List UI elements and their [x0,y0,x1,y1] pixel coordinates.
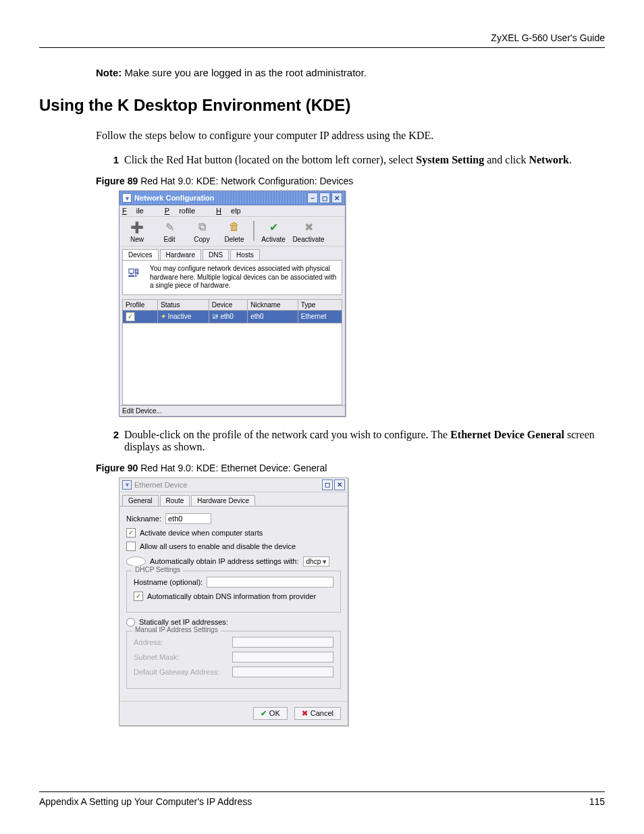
network-card-icon: 🖳 [127,265,146,290]
ok-button[interactable]: ✔OK [253,707,288,720]
chevron-down-icon: ▼ [321,558,327,565]
header-rule [39,47,605,48]
static-ip-label: Statically set IP addresses: [139,618,228,626]
table-empty-area [122,323,342,405]
step-2-num: 2 [107,429,119,453]
close-button[interactable]: ✕ [334,479,345,490]
window-title: Network Configuration [134,194,215,202]
allow-users-label: Allow all users to enable and disable th… [140,542,296,550]
col-device[interactable]: Device [209,299,248,310]
close-button[interactable]: ✕ [331,192,342,203]
dhcp-settings-fieldset: DHCP Settings Hostname (optional): ✓ Aut… [126,571,341,613]
check-icon: ✔ [261,709,267,718]
figure-90-caption: Figure 90 Red Hat 9.0: KDE: Ethernet Dev… [96,463,605,473]
titlebar[interactable]: ▾ Ethernet Device ◻ ✕ [119,478,348,492]
step-1: 1 Click the Red Hat button (located on t… [107,154,605,166]
delete-icon: 🗑 [227,219,242,234]
note-text: Make sure you are logged in as the root … [122,67,367,78]
gateway-field [232,667,333,677]
tab-devices[interactable]: Devices [122,249,159,260]
toolbar: ➕New ✎Edit ⧉Copy 🗑Delete ✔Activate ✖Deac… [119,217,345,246]
step-1-num: 1 [107,154,119,166]
footer-left: Appendix A Setting up Your Computer's IP… [39,796,252,807]
toolbar-activate[interactable]: ✔Activate [257,219,290,243]
edit-icon: ✎ [162,219,177,234]
footer-right: 115 [589,796,605,807]
toolbar-delete[interactable]: 🗑Delete [218,219,250,243]
subnet-mask-field [232,652,333,662]
tab-hardware[interactable]: Hardware [160,249,201,260]
network-config-window: ▾ Network Configuration – ◻ ✕ File Profi… [119,190,346,417]
maximize-button[interactable]: ◻ [319,192,330,203]
profile-checkbox[interactable]: ✓ [126,312,135,321]
tab-hosts[interactable]: Hosts [230,249,260,260]
ethernet-device-dialog: ▾ Ethernet Device ◻ ✕ General Route Hard… [119,477,348,726]
tabs: Devices Hardware DNS Hosts [119,246,345,260]
info-text: You may configure network devices associ… [150,265,338,290]
note-line: Note: Make sure you are logged in as the… [96,67,605,78]
col-nickname[interactable]: Nickname [248,299,298,310]
step-2: 2 Double-click on the profile of the net… [107,429,605,453]
deactivate-icon: ✖ [301,219,316,234]
address-field [232,637,333,648]
page-header: ZyXEL G-560 User's Guide [39,32,605,47]
manual-ip-fieldset: Manual IP Address Settings Address: Subn… [126,631,341,689]
toolbar-copy[interactable]: ⧉Copy [186,219,218,243]
hostname-label: Hostname (optional): [134,578,203,586]
note-label: Note: [96,67,122,78]
window-title: Ethernet Device [134,481,187,489]
device-table: Profile Status Device Nickname Type ✓ ✦ … [122,299,342,323]
table-row[interactable]: ✓ ✦ Inactive 🖳 eth0 eth0 Ethernet [123,310,342,323]
close-icon: ✖ [302,709,308,718]
allow-users-checkbox[interactable] [126,542,136,551]
window-menu-icon[interactable]: ▾ [122,480,132,490]
auto-ip-label: Automatically obtain IP address settings… [150,557,299,565]
tab-general[interactable]: General [122,495,159,506]
dhcp-select[interactable]: dhcp▼ [303,556,330,567]
col-type[interactable]: Type [298,299,342,310]
menu-help[interactable]: Help [216,207,250,215]
auto-dns-label: Automatically obtain DNS information fro… [147,592,316,600]
statusbar: Edit Device... [119,405,345,416]
general-form: Nickname: ✓ Activate device when compute… [119,506,348,701]
menu-profile[interactable]: Profile [165,207,205,215]
dialog-buttons: ✔OK ✖Cancel [119,701,348,725]
tab-dns[interactable]: DNS [203,249,229,260]
tab-body: 🖳 You may configure network devices asso… [122,260,342,295]
toolbar-separator [253,221,254,241]
col-profile[interactable]: Profile [123,299,158,310]
toolbar-new[interactable]: ➕New [121,219,153,243]
page-footer: Appendix A Setting up Your Computer's IP… [39,791,605,807]
figure-89-caption: Figure 89 Red Hat 9.0: KDE: Network Conf… [96,176,605,186]
hostname-field[interactable] [207,577,333,588]
dhcp-legend: DHCP Settings [132,566,183,573]
auto-dns-checkbox[interactable]: ✓ [134,592,143,601]
section-title: Using the K Desktop Environment (KDE) [39,96,605,115]
toolbar-deactivate[interactable]: ✖Deactivate [290,219,327,243]
tab-route[interactable]: Route [160,495,190,506]
activate-checkbox[interactable]: ✓ [126,528,136,538]
manual-ip-legend: Manual IP Address Settings [132,626,221,633]
subnet-mask-label: Subnet Mask: [134,653,228,661]
col-status[interactable]: Status [158,299,209,310]
toolbar-edit[interactable]: ✎Edit [153,219,186,243]
titlebar[interactable]: ▾ Network Configuration – ◻ ✕ [119,191,345,205]
minimize-button[interactable]: – [307,192,318,203]
address-label: Address: [134,638,228,646]
copy-icon: ⧉ [194,219,209,234]
window-menu-icon[interactable]: ▾ [122,193,132,203]
intro-text: Follow the steps below to configure your… [96,130,605,142]
nickname-field[interactable] [165,513,211,524]
auto-ip-radio[interactable] [126,556,146,567]
tab-hardware-device[interactable]: Hardware Device [191,495,255,506]
menu-file[interactable]: File [122,207,153,215]
activate-label: Activate device when computer starts [140,529,263,537]
tabs: General Route Hardware Device [119,492,348,506]
activate-icon: ✔ [266,219,281,234]
new-icon: ➕ [130,219,144,234]
maximize-button[interactable]: ◻ [322,479,333,490]
nickname-label: Nickname: [126,515,161,523]
menubar: File Profile Help [119,205,345,217]
gateway-label: Default Gateway Address: [134,668,228,676]
cancel-button[interactable]: ✖Cancel [294,707,341,720]
